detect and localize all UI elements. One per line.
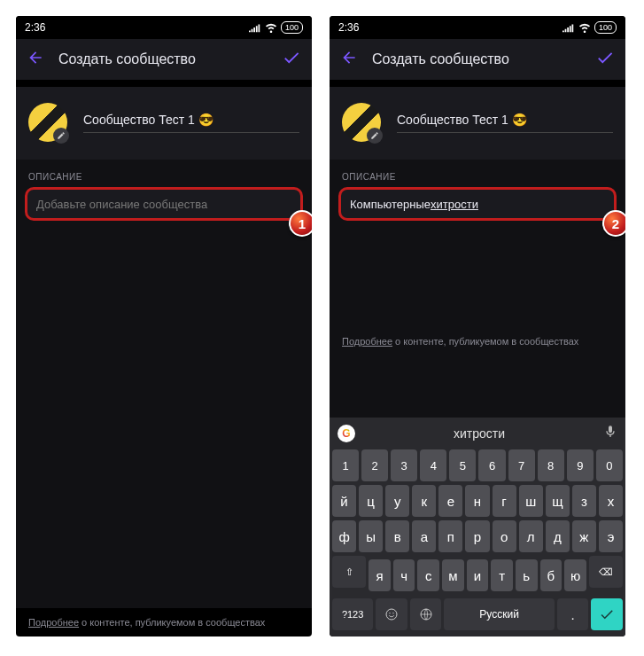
key-ь[interactable]: ь [516, 559, 538, 591]
key-4[interactable]: 4 [420, 449, 446, 481]
community-name-section: Сообщество Тест 1 😎 [16, 87, 312, 160]
key-ы[interactable]: ы [359, 520, 383, 552]
status-time: 2:36 [338, 21, 359, 34]
space-key[interactable]: Русский [444, 598, 554, 630]
wifi-icon [265, 22, 277, 33]
key-ф[interactable]: ф [332, 520, 356, 552]
app-bar: Создать сообщество [330, 39, 625, 80]
key-м[interactable]: м [442, 559, 464, 591]
community-avatar[interactable] [28, 103, 67, 142]
phone-screenshot-2: 2:36 100 Создать сообщество Сообщество Т… [330, 16, 625, 636]
page-title: Создать сообщество [58, 51, 268, 67]
more-info-link[interactable]: Подробнее о контенте, публикуемом в сооб… [16, 608, 312, 636]
key-т[interactable]: т [491, 559, 513, 591]
key-щ[interactable]: щ [546, 485, 570, 517]
description-label: ОПИСАНИЕ [16, 160, 312, 187]
key-з[interactable]: з [572, 485, 596, 517]
mic-icon[interactable] [603, 425, 617, 442]
key-л[interactable]: л [519, 520, 543, 552]
key-5[interactable]: 5 [449, 449, 476, 481]
key-в[interactable]: в [385, 520, 409, 552]
step-badge-1: 1 [289, 210, 312, 237]
key-ш[interactable]: ш [519, 485, 543, 517]
key-ж[interactable]: ж [572, 520, 596, 552]
emoji-key[interactable] [376, 598, 407, 630]
signal-icon [563, 22, 575, 33]
description-wrap: Добавьте описание сообщества 1 [16, 187, 312, 221]
description-input[interactable]: Добавьте описание сообщества [25, 187, 303, 221]
page-title: Создать сообщество [372, 51, 581, 67]
wifi-icon [578, 22, 591, 33]
numeric-key[interactable]: ?123 [332, 598, 373, 630]
enter-key[interactable] [591, 598, 623, 630]
status-time: 2:36 [25, 21, 45, 34]
community-name-input[interactable]: Сообщество Тест 1 😎 [83, 113, 299, 133]
svg-point-1 [389, 613, 390, 613]
edit-avatar-button[interactable] [367, 128, 383, 144]
key-ц[interactable]: ц [359, 485, 383, 517]
shift-key[interactable]: ⇧ [332, 556, 366, 588]
backspace-key[interactable]: ⌫ [589, 556, 623, 588]
key-2[interactable]: 2 [361, 449, 388, 481]
description-label: ОПИСАНИЕ [330, 160, 625, 187]
step-badge-2: 2 [602, 210, 625, 237]
key-ю[interactable]: ю [564, 559, 586, 591]
key-я[interactable]: я [369, 559, 391, 591]
confirm-button[interactable] [282, 48, 301, 71]
globe-key[interactable] [410, 598, 442, 630]
key-д[interactable]: д [546, 520, 570, 552]
community-name-section: Сообщество Тест 1 😎 [330, 87, 625, 160]
svg-point-2 [392, 613, 393, 613]
google-icon[interactable]: G [338, 425, 355, 442]
key-к[interactable]: к [412, 485, 436, 517]
status-icons: 100 [563, 21, 617, 34]
key-а[interactable]: а [412, 520, 436, 552]
key-0[interactable]: 0 [596, 449, 623, 481]
description-input[interactable]: Компьютерные хитрости [338, 187, 617, 221]
battery-icon: 100 [594, 21, 617, 34]
keyboard: G хитрости 1234567890 йцукенгшщзх фывапр… [330, 418, 625, 636]
key-1[interactable]: 1 [332, 449, 359, 481]
community-avatar[interactable] [342, 103, 381, 142]
content-area: Подробнее о контенте, публикуемом в сооб… [330, 221, 625, 418]
key-г[interactable]: г [493, 485, 516, 517]
edit-avatar-button[interactable] [53, 128, 69, 144]
period-key[interactable]: . [557, 598, 589, 630]
key-э[interactable]: э [599, 520, 623, 552]
key-п[interactable]: п [438, 520, 462, 552]
key-о[interactable]: о [493, 520, 516, 552]
more-info-link[interactable]: Подробнее о контенте, публикуемом в сооб… [330, 327, 625, 355]
pencil-icon [370, 131, 379, 140]
pencil-icon [57, 131, 66, 140]
key-у[interactable]: у [385, 485, 409, 517]
key-6[interactable]: 6 [478, 449, 505, 481]
app-bar: Создать сообщество [16, 39, 312, 80]
key-8[interactable]: 8 [538, 449, 564, 481]
key-9[interactable]: 9 [567, 449, 594, 481]
svg-point-0 [386, 609, 397, 620]
suggestion-text[interactable]: хитрости [362, 426, 596, 441]
status-bar: 2:36 100 [16, 16, 312, 39]
back-button[interactable] [27, 49, 44, 70]
back-button[interactable] [340, 49, 358, 70]
content-area [16, 221, 312, 608]
key-х[interactable]: х [599, 485, 623, 517]
community-name-input[interactable]: Сообщество Тест 1 😎 [397, 113, 613, 133]
phone-screenshot-1: 2:36 100 Создать сообщество Сообщество Т… [16, 16, 312, 636]
key-7[interactable]: 7 [508, 449, 535, 481]
key-н[interactable]: н [465, 485, 489, 517]
key-и[interactable]: и [467, 559, 489, 591]
suggestion-bar: G хитрости [332, 421, 623, 446]
key-й[interactable]: й [332, 485, 356, 517]
key-р[interactable]: р [465, 520, 489, 552]
description-wrap: Компьютерные хитрости 2 [330, 187, 625, 221]
key-с[interactable]: с [417, 559, 439, 591]
signal-icon [249, 22, 261, 33]
battery-icon: 100 [281, 21, 303, 34]
key-е[interactable]: е [438, 485, 462, 517]
confirm-button[interactable] [595, 48, 615, 71]
status-bar: 2:36 100 [330, 16, 625, 39]
key-ч[interactable]: ч [393, 559, 415, 591]
key-3[interactable]: 3 [391, 449, 417, 481]
key-б[interactable]: б [540, 559, 563, 591]
